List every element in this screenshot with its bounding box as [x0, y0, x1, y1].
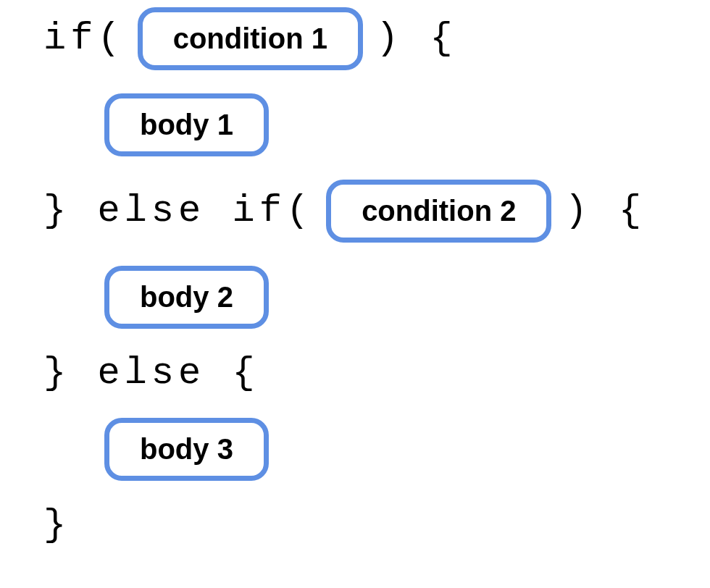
row-body-2: body 2 [104, 266, 667, 329]
open-brace-2: { [619, 190, 646, 232]
close-paren-2: ) [564, 190, 591, 232]
row-else-if: } else if ( condition 2 ) { [43, 180, 667, 243]
row-close: } [43, 504, 667, 547]
close-brace-3: } [43, 504, 70, 547]
close-paren-1: ) [376, 17, 403, 60]
close-brace-2: } [43, 352, 70, 395]
spacer [592, 190, 619, 232]
open-paren-2: ( [286, 190, 313, 232]
pill-condition-2: condition 2 [326, 180, 551, 243]
close-brace-1: } [43, 190, 70, 232]
else-keyword-2: else [97, 352, 205, 395]
else-keyword-1: else [97, 190, 205, 232]
spacer [70, 190, 97, 232]
row-if: if ( condition 1 ) { [43, 7, 667, 70]
open-paren-1: ( [97, 17, 124, 60]
pill-condition-1: condition 1 [138, 7, 363, 70]
open-brace-1: { [430, 17, 456, 60]
pill-body-2: body 2 [104, 266, 269, 329]
spacer [70, 352, 97, 395]
pill-body-1: body 1 [104, 93, 269, 156]
row-else: } else { [43, 352, 667, 395]
row-body-1: body 1 [104, 93, 667, 156]
row-body-3: body 3 [104, 418, 667, 481]
open-brace-3: { [232, 352, 259, 395]
spacer [205, 352, 232, 395]
if-keyword: if [43, 17, 97, 60]
pill-body-3: body 3 [104, 418, 269, 481]
if-keyword-2: if [232, 190, 285, 232]
spacer [403, 17, 430, 60]
spacer [205, 190, 232, 232]
